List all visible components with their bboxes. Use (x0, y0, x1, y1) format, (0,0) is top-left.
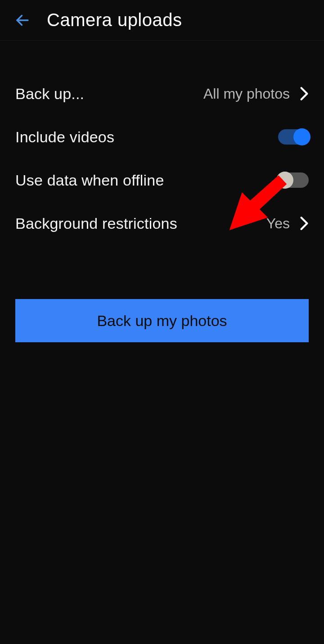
camera-uploads-screen: Camera uploads Back up... All my photos … (0, 0, 324, 644)
row-include-videos: Include videos (0, 115, 324, 159)
row-value: Yes (266, 215, 290, 232)
row-label: Use data when offline (15, 172, 164, 189)
back-up-my-photos-button[interactable]: Back up my photos (15, 299, 309, 342)
page-title: Camera uploads (47, 10, 182, 30)
back-button[interactable] (9, 12, 36, 28)
toggle-knob (276, 172, 293, 189)
row-back-up[interactable]: Back up... All my photos (0, 72, 324, 115)
back-arrow-icon (14, 12, 31, 28)
row-label: Back up... (15, 85, 84, 103)
chevron-right-icon (300, 216, 309, 231)
row-use-data-offline: Use data when offline (0, 159, 324, 202)
chevron-right-icon (300, 86, 309, 101)
settings-list: Back up... All my photos Include videos … (0, 41, 324, 342)
header: Camera uploads (0, 0, 324, 41)
toggle-use-data-offline[interactable] (278, 172, 309, 188)
row-value: All my photos (203, 86, 290, 102)
toggle-include-videos[interactable] (278, 129, 309, 145)
row-background-restrictions[interactable]: Background restrictions Yes (0, 202, 324, 245)
row-label: Background restrictions (15, 215, 177, 232)
row-label: Include videos (15, 128, 114, 146)
toggle-knob (293, 128, 310, 145)
